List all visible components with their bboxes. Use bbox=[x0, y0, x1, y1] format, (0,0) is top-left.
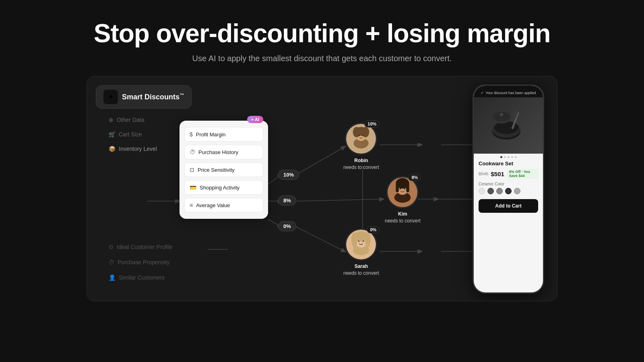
sidebar-item-similar-customers: 👤 Similar Customers bbox=[102, 270, 179, 285]
profit-margin-icon: $ bbox=[190, 131, 193, 138]
svg-line-6 bbox=[296, 227, 345, 251]
cookware-illustration bbox=[486, 103, 530, 148]
phone-dot-2 bbox=[504, 156, 506, 158]
price-original: $545 bbox=[479, 171, 488, 176]
robin-avatar bbox=[345, 123, 377, 155]
check-icon: ✓ bbox=[481, 90, 484, 95]
svg-point-38 bbox=[358, 241, 360, 242]
robin-label: Robin needs to convert bbox=[343, 157, 379, 171]
svg-point-23 bbox=[362, 135, 364, 136]
phone-dots bbox=[474, 154, 543, 160]
smart-discounts-icon: ✦ bbox=[103, 90, 118, 104]
color-swatch-silver[interactable] bbox=[514, 188, 520, 194]
svg-point-22 bbox=[359, 135, 360, 136]
robin-percent: 10% bbox=[364, 120, 380, 128]
svg-point-31 bbox=[404, 188, 406, 189]
svg-rect-29 bbox=[407, 183, 409, 192]
sarah-label: Sarah needs to convert bbox=[343, 263, 379, 277]
svg-line-4 bbox=[296, 147, 345, 175]
discount-badge-0: 0% bbox=[278, 221, 296, 231]
sarah-avatar bbox=[345, 228, 377, 261]
sidebar-item-purchase-propensity: ⏱ Purchase Propensity bbox=[102, 255, 179, 269]
phone-dot-3 bbox=[508, 156, 510, 158]
inventory-icon: 📦 bbox=[109, 146, 116, 152]
hero-section: Stop over-discounting + losing margin Us… bbox=[94, 0, 551, 76]
color-swatch-dark[interactable] bbox=[487, 188, 494, 194]
phone-mockup: ✓ Your discount has been applied bbox=[473, 84, 544, 294]
kim-avatar bbox=[386, 176, 419, 208]
phone-color-swatches bbox=[474, 187, 543, 197]
sidebar-item-ideal-customer: ⊙ Ideal Customer Profile bbox=[102, 240, 179, 254]
svg-point-36 bbox=[351, 233, 357, 248]
sidebar-top: ⊕ Other Data 🛒 Cart Size 📦 Inventory Lev… bbox=[102, 113, 163, 156]
color-swatch-white[interactable] bbox=[479, 188, 485, 194]
phone-dot-1 bbox=[500, 156, 502, 158]
panel-item-average-value[interactable]: ≡ Average Value bbox=[184, 198, 263, 212]
phone-price-row: $545 $501 8% Off · You Save $44 bbox=[474, 167, 543, 180]
add-to-cart-button[interactable]: Add to Cart bbox=[479, 199, 538, 213]
kim-label: Kim needs to convert bbox=[385, 211, 421, 224]
panel-item-shopping-activity[interactable]: 💳 Shopping Activity bbox=[184, 180, 263, 195]
cart-icon: 🛒 bbox=[109, 131, 116, 138]
phone-dot-5 bbox=[515, 156, 517, 158]
svg-point-46 bbox=[500, 113, 503, 116]
panel-item-profit-margin[interactable]: $ Profit Margin bbox=[184, 127, 263, 142]
hero-title: Stop over-discounting + losing margin bbox=[94, 19, 551, 47]
phone-product-image bbox=[474, 97, 543, 154]
discount-badge-8: 8% bbox=[278, 195, 296, 206]
customer-robin: 10% Robin needs to convert bbox=[343, 123, 379, 171]
svg-point-37 bbox=[365, 233, 371, 248]
similar-customers-icon: 👤 bbox=[109, 274, 116, 281]
svg-rect-28 bbox=[396, 183, 399, 192]
color-swatch-charcoal[interactable] bbox=[505, 188, 512, 194]
ai-badge: + AI bbox=[247, 116, 263, 123]
smart-discounts-label: Smart Discounts™ bbox=[122, 93, 184, 101]
svg-point-30 bbox=[400, 188, 401, 189]
discount-badge-10: 10% bbox=[278, 170, 299, 180]
average-value-icon: ≡ bbox=[190, 202, 193, 208]
discount-tag: 8% Off · You Save $44 bbox=[507, 169, 538, 179]
customer-kim: 8% Kim needs to convert bbox=[385, 176, 421, 224]
panel-item-purchase-history[interactable]: ⏱ Purchase History bbox=[184, 145, 263, 159]
color-swatch-gray[interactable] bbox=[496, 188, 503, 194]
hero-subtitle: Use AI to apply the smallest discount th… bbox=[94, 54, 551, 63]
sidebar-item-other-data: ⊕ Other Data bbox=[102, 113, 163, 127]
phone-inner: ✓ Your discount has been applied bbox=[474, 86, 543, 292]
price-sale: $501 bbox=[491, 171, 504, 177]
panel-item-price-sensitivity[interactable]: ⊡ Price Sensitivity bbox=[184, 162, 263, 177]
phone-dot-4 bbox=[511, 156, 513, 158]
phone-notch bbox=[496, 86, 520, 89]
svg-point-39 bbox=[363, 241, 364, 242]
kim-percent: 8% bbox=[408, 174, 421, 181]
purchase-history-icon: ⏱ bbox=[190, 149, 195, 155]
customer-sarah: 0% Sarah needs to convert bbox=[343, 228, 379, 277]
sidebar-item-cart-size: 🛒 Cart Size bbox=[102, 127, 163, 142]
svg-rect-43 bbox=[519, 126, 528, 128]
phone-product-name: Cookware Set bbox=[474, 160, 543, 167]
sarah-percent: 0% bbox=[367, 226, 380, 233]
center-panel: + AI $ Profit Margin ⏱ Purchase History … bbox=[180, 121, 268, 219]
phone-colors-label: Ceramic Color bbox=[474, 180, 543, 187]
price-sensitivity-icon: ⊡ bbox=[190, 167, 194, 173]
smart-discounts-card: ✦ Smart Discounts™ bbox=[96, 85, 192, 109]
sidebar-item-inventory-level: 📦 Inventory Level bbox=[102, 142, 163, 156]
other-data-icon: ⊕ bbox=[109, 117, 114, 123]
sidebar-bottom: ⊙ Ideal Customer Profile ⏱ Purchase Prop… bbox=[102, 240, 179, 285]
svg-line-5 bbox=[296, 199, 383, 201]
ideal-customer-icon: ⊙ bbox=[109, 244, 114, 250]
shopping-activity-icon: 💳 bbox=[190, 184, 196, 191]
purchase-propensity-icon: ⏱ bbox=[109, 259, 114, 265]
diagram-container: ✦ Smart Discounts™ ⊕ Other Data 🛒 Cart S… bbox=[87, 76, 557, 301]
